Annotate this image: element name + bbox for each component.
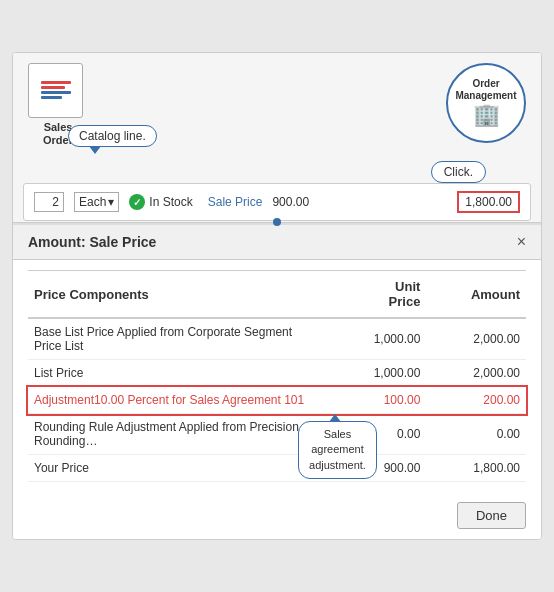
table-body: Base List Price Applied from Corporate S… xyxy=(28,318,526,482)
uom-dropdown[interactable]: Each ▾ xyxy=(74,192,119,212)
table-row: List Price1,000.002,000.00 xyxy=(28,360,526,387)
cell-component: Adjustment10.00 Percent for Sales Agreem… xyxy=(28,387,327,414)
col-unit-price: UnitPrice xyxy=(327,271,427,319)
sale-price-label: Sale Price xyxy=(208,195,263,209)
table-row: Rounding Rule Adjustment Applied from Pr… xyxy=(28,414,526,455)
modal-title: Amount: Sale Price xyxy=(28,234,156,250)
cell-amount: 200.00 xyxy=(426,387,526,414)
order-management-label: OrderManagement xyxy=(455,78,516,102)
table-row: Adjustment10.00 Percent for Sales Agreem… xyxy=(28,387,526,414)
cell-unit-price: 1,000.00 xyxy=(327,360,427,387)
col-amount: Amount xyxy=(426,271,526,319)
quantity-input[interactable] xyxy=(34,192,64,212)
modal-footer: Salesagreementadjustment. Done xyxy=(13,497,541,539)
dropdown-arrow-icon: ▾ xyxy=(108,195,114,209)
close-button[interactable]: × xyxy=(517,233,526,251)
sales-agreement-callout: Salesagreementadjustment. xyxy=(298,421,377,479)
table-row: Your Price900.001,800.00 xyxy=(28,455,526,482)
cell-amount: 0.00 xyxy=(426,414,526,455)
cell-component: Your Price xyxy=(28,455,327,482)
check-icon: ✓ xyxy=(129,194,145,210)
order-management-icon: OrderManagement 🏢 xyxy=(446,63,526,143)
done-button[interactable]: Done xyxy=(457,502,526,529)
amount-modal: Amount: Sale Price × Price Components Un… xyxy=(13,223,541,539)
connector-dot xyxy=(273,218,281,226)
cell-unit-price: 1,000.00 xyxy=(327,318,427,360)
in-stock-badge: ✓ In Stock xyxy=(129,194,192,210)
cell-unit-price: 100.00 xyxy=(327,387,427,414)
cell-component: Rounding Rule Adjustment Applied from Pr… xyxy=(28,414,327,455)
table-row: Base List Price Applied from Corporate S… xyxy=(28,318,526,360)
cell-amount: 2,000.00 xyxy=(426,360,526,387)
buildings-icon: 🏢 xyxy=(473,102,500,128)
catalog-row: Each ▾ ✓ In Stock Sale Price 900.00 1,80… xyxy=(23,183,531,221)
cell-amount: 1,800.00 xyxy=(426,455,526,482)
cell-component: List Price xyxy=(28,360,327,387)
catalog-line-callout: Catalog line. xyxy=(68,125,157,147)
table-header-row: Price Components UnitPrice Amount xyxy=(28,271,526,319)
sale-price-value: 900.00 xyxy=(272,195,309,209)
price-table: Price Components UnitPrice Amount Base L… xyxy=(28,270,526,482)
modal-header: Amount: Sale Price × xyxy=(13,225,541,260)
cell-component: Base List Price Applied from Corporate S… xyxy=(28,318,327,360)
cell-amount: 2,000.00 xyxy=(426,318,526,360)
amount-box[interactable]: 1,800.00 xyxy=(457,191,520,213)
click-callout: Click. xyxy=(431,161,486,183)
col-price-components: Price Components xyxy=(28,271,327,319)
modal-body: Price Components UnitPrice Amount Base L… xyxy=(13,260,541,497)
